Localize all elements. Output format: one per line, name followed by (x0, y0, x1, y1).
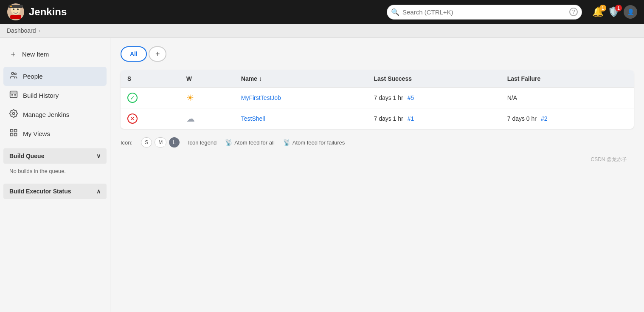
svg-rect-20 (14, 133, 17, 136)
svg-point-7 (10, 6, 12, 7)
last-failure-cell: 7 days 0 hr #2 (501, 108, 634, 129)
name-cell: MyFirstTestJob (234, 88, 367, 108)
help-icon[interactable]: ? (569, 8, 578, 16)
my-views-icon (9, 128, 18, 139)
job-name-link[interactable]: MyFirstTestJob (241, 94, 281, 101)
people-label: People (23, 73, 43, 80)
build-executor-header[interactable]: Build Executor Status ∧ (3, 184, 107, 199)
sidebar-item-build-history[interactable]: Build History (3, 86, 107, 105)
sidebar-item-my-views[interactable]: My Views (3, 124, 107, 143)
atom-feed-all-link[interactable]: 📡 Atom feed for all (225, 139, 275, 146)
feed-all-icon: 📡 (225, 139, 232, 146)
atom-failures-text: Atom feed for failures (292, 139, 345, 146)
weather-cell: ☁ (180, 108, 234, 129)
sidebar-item-new-item[interactable]: ＋ New Item (3, 45, 107, 63)
gear-icon (9, 109, 18, 120)
build-history-label: Build History (23, 92, 59, 99)
status-fail-icon: ✕ (127, 113, 138, 124)
last-success-build-link[interactable]: #1 (408, 115, 414, 122)
logo-area[interactable]: Jenkins (7, 3, 67, 21)
build-queue-section: Build Queue ∨ No builds in the queue. (3, 148, 107, 179)
job-name-link[interactable]: TestShell (241, 115, 265, 122)
size-s-button[interactable]: S (141, 137, 152, 147)
sidebar-item-people[interactable]: People (3, 67, 107, 86)
icon-size-buttons: S M L (141, 137, 180, 147)
sidebar-item-manage-jenkins[interactable]: Manage Jenkins (3, 105, 107, 124)
app-title: Jenkins (29, 6, 67, 18)
last-failure-cell: N/A (501, 88, 634, 108)
sidebar: ＋ New Item People (0, 38, 110, 312)
breadcrumb-dashboard[interactable]: Dashboard (7, 27, 36, 34)
breadcrumb-separator: › (39, 27, 41, 34)
build-queue-body: No builds in the queue. (3, 164, 107, 179)
nav-icons: 🔔 1 🛡️ 1 👤 (592, 5, 637, 19)
my-views-label: My Views (23, 130, 50, 137)
build-queue-label: Build Queue (9, 153, 44, 159)
main-content: All + S W Name ↓ Last Success Last Failu… (110, 38, 644, 312)
svg-point-16 (13, 113, 15, 115)
table-header-row: S W Name ↓ Last Success Last Failure (121, 70, 634, 88)
svg-point-3 (17, 9, 19, 10)
search-icon: 🔍 (391, 8, 399, 16)
feed-failures-icon: 📡 (283, 139, 290, 146)
search-input[interactable] (387, 5, 582, 20)
plus-icon: ＋ (9, 49, 17, 59)
build-queue-header[interactable]: Build Queue ∨ (3, 148, 107, 164)
build-executor-section: Build Executor Status ∧ (3, 184, 107, 199)
tab-all[interactable]: All (121, 46, 147, 62)
col-header-last-success: Last Success (367, 70, 500, 88)
size-l-button[interactable]: L (169, 137, 180, 147)
tabs-row: All + (121, 46, 634, 62)
col-header-w: W (180, 70, 234, 88)
last-success-cell: 7 days 1 hr #1 (367, 108, 500, 129)
security-shield-button[interactable]: 🛡️ 1 (608, 6, 619, 17)
footer-row: Icon: S M L Icon legend 📡 Atom feed for … (121, 137, 634, 147)
build-executor-label: Build Executor Status (9, 188, 71, 195)
breadcrumb: Dashboard › (0, 24, 644, 38)
status-cell: ✓ (121, 88, 180, 108)
last-success-cell: 7 days 1 hr #5 (367, 88, 500, 108)
col-header-s: S (121, 70, 180, 88)
table-row: ✕☁TestShell7 days 1 hr #17 days 0 hr #2 (121, 108, 634, 129)
build-executor-chevron: ∧ (96, 188, 101, 195)
jobs-table: S W Name ↓ Last Success Last Failure ✓☀M… (121, 70, 634, 129)
tab-add-button[interactable]: + (149, 46, 167, 62)
weather-cell: ☀ (180, 88, 234, 108)
new-item-label: New Item (22, 51, 49, 58)
build-queue-chevron: ∨ (96, 153, 101, 159)
table-row: ✓☀MyFirstTestJob7 days 1 hr #5N/A (121, 88, 634, 108)
main-layout: ＋ New Item People (0, 38, 644, 312)
atom-feed-failures-link[interactable]: 📡 Atom feed for failures (283, 139, 345, 146)
last-failure-build-link[interactable]: #2 (541, 115, 548, 122)
weather-cloud-icon: ☁ (186, 114, 195, 123)
search-bar[interactable]: 🔍 ? (387, 5, 582, 20)
notification-badge: 1 (599, 5, 606, 11)
svg-point-9 (14, 73, 16, 75)
atom-all-text: Atom feed for all (234, 139, 275, 146)
notification-bell-button[interactable]: 🔔 1 (592, 6, 604, 17)
security-badge: 1 (615, 5, 622, 11)
name-cell: TestShell (234, 108, 367, 129)
col-header-name: Name ↓ (234, 70, 367, 88)
svg-rect-10 (10, 91, 17, 98)
svg-rect-17 (11, 130, 13, 132)
manage-jenkins-label: Manage Jenkins (23, 111, 69, 118)
icon-legend-text: Icon legend (188, 139, 217, 146)
svg-rect-18 (14, 130, 17, 132)
user-avatar[interactable]: 👤 (624, 5, 637, 19)
status-cell: ✕ (121, 108, 180, 129)
weather-sun-icon: ☀ (186, 93, 194, 102)
size-m-button[interactable]: M (155, 137, 166, 147)
icon-legend-link[interactable]: Icon legend (188, 139, 217, 146)
svg-rect-19 (11, 133, 13, 136)
people-icon (9, 71, 18, 82)
watermark: CSDN @龙赤子 (121, 156, 634, 163)
build-queue-empty-text: No builds in the queue. (9, 168, 66, 174)
build-history-icon (9, 90, 18, 101)
icon-label: Icon: (121, 139, 132, 146)
col-header-last-failure: Last Failure (501, 70, 634, 88)
last-success-build-link[interactable]: #5 (408, 94, 414, 101)
top-navigation: Jenkins 🔍 ? 🔔 1 🛡️ 1 👤 (0, 0, 644, 24)
svg-point-8 (11, 72, 14, 74)
svg-point-2 (13, 9, 14, 10)
